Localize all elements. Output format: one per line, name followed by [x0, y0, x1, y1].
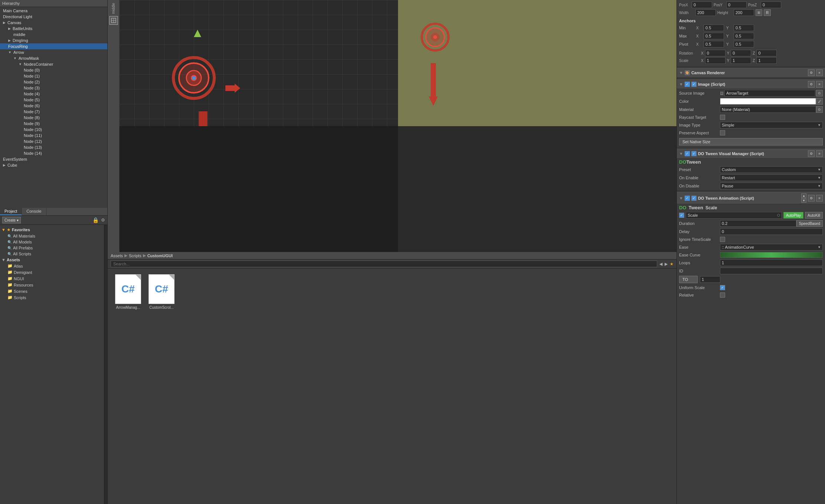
hierarchy-item-node-12[interactable]: Node (12)	[0, 138, 107, 144]
search-input[interactable]	[111, 261, 657, 267]
middle-icon-btn[interactable]	[109, 16, 118, 25]
hierarchy-item-node-2[interactable]: Node (2)	[0, 79, 107, 85]
project-tree[interactable]: ▼ ★ Favorites🔍 All Materials🔍 All Models…	[0, 225, 104, 504]
image-settings-btn[interactable]: ⚙	[808, 81, 815, 88]
hierarchy-item-node-5[interactable]: Node (5)	[0, 97, 107, 103]
min-y-field[interactable]	[734, 24, 754, 31]
anchor-icon-btn[interactable]: ⊞	[756, 9, 762, 16]
search-nav-left[interactable]: ◀	[659, 262, 662, 266]
duration-field[interactable]	[720, 220, 796, 227]
ease-dropdown[interactable]: :: AnimationCurve ▼	[720, 244, 823, 251]
scene-tr[interactable]	[398, 0, 676, 126]
hierarchy-item-cube[interactable]: ▶Cube	[0, 162, 107, 168]
r-btn[interactable]: R	[764, 9, 771, 16]
scene-view[interactable]	[120, 0, 676, 252]
color-picker-btn[interactable]: 🖊	[816, 98, 823, 105]
height-field[interactable]	[734, 9, 754, 16]
hierarchy-list[interactable]: Main CameraDirectional Light▶Canvas▶Batt…	[0, 7, 107, 208]
asset-folder-5[interactable]: 📁 Scripts	[0, 294, 104, 301]
image-type-dropdown[interactable]: Simple ▼	[720, 122, 823, 128]
asset-folder-3[interactable]: 📁 Resources	[0, 282, 104, 288]
loops-field[interactable]	[720, 259, 823, 266]
hierarchy-item-battle-units[interactable]: ▶BattleUnits	[0, 26, 107, 32]
hierarchy-item-node-6[interactable]: Node (6)	[0, 103, 107, 109]
dotween-visual-menu[interactable]: ≡	[816, 150, 823, 157]
hierarchy-item-node-14[interactable]: Node (14)	[0, 150, 107, 156]
tab-project[interactable]: Project	[0, 208, 22, 215]
set-native-size-btn[interactable]: Set Native Size	[679, 138, 823, 145]
asset-item-0[interactable]: C# ArrowManag...	[113, 274, 143, 310]
scale-y-field[interactable]	[731, 57, 751, 64]
ignore-timescale-checkbox[interactable]	[720, 237, 725, 242]
color-field[interactable]	[720, 98, 816, 105]
assets-header[interactable]: ▼ Assets	[0, 257, 104, 263]
tab-console[interactable]: Console	[22, 208, 46, 215]
favorites-star-btn[interactable]: ★	[670, 262, 674, 266]
hierarchy-item-nodes-container[interactable]: ▼NodesContainer	[0, 61, 107, 67]
favorites-item-0[interactable]: 🔍 All Materials	[0, 233, 104, 239]
project-scroll[interactable]	[104, 225, 107, 504]
favorites-item-1[interactable]: 🔍 All Models	[0, 239, 104, 245]
pivot-x-field[interactable]	[704, 41, 724, 48]
scene-br[interactable]	[398, 126, 676, 252]
rot-y-field[interactable]	[731, 50, 751, 56]
asset-item-1[interactable]: C# CustomScrol...	[147, 274, 176, 310]
source-image-dropdown[interactable]: ArrowTarget	[724, 90, 815, 96]
canvas-menu-btn[interactable]: ≡	[816, 69, 823, 76]
hierarchy-item-focus-ring[interactable]: FocusRing	[0, 43, 107, 49]
id-field[interactable]	[720, 268, 823, 274]
hierarchy-item-canvas[interactable]: ▶Canvas	[0, 20, 107, 26]
asset-folder-1[interactable]: 📁 Demigiant	[0, 269, 104, 275]
hierarchy-item-node-0[interactable]: Node (0)	[0, 67, 107, 73]
max-y-field[interactable]	[734, 33, 754, 39]
posx-field[interactable]	[692, 1, 712, 8]
hierarchy-item-directional-light[interactable]: Directional Light	[0, 14, 107, 20]
speedbased-btn[interactable]: SpeedBased	[796, 220, 823, 227]
hierarchy-item-event-system[interactable]: EventSystem	[0, 156, 107, 162]
canvas-settings-btn[interactable]: ⚙	[808, 69, 815, 76]
material-dropdown[interactable]: None (Material)	[720, 106, 816, 113]
delay-field[interactable]	[720, 228, 823, 235]
hierarchy-item-middle[interactable]: middle	[0, 32, 107, 37]
dotween-anim-menu[interactable]: ≡	[816, 195, 823, 202]
scale-type-dropdown[interactable]: Scale ⬡	[686, 212, 782, 219]
inspector-scroll[interactable]: PosX PosY PosZ Width Height ⊞ R	[677, 0, 825, 504]
hierarchy-item-node-11[interactable]: Node (11)	[0, 132, 107, 138]
rot-x-field[interactable]	[705, 50, 725, 56]
relative-checkbox[interactable]	[720, 292, 725, 298]
image-menu-btn[interactable]: ≡	[816, 81, 823, 88]
min-x-field[interactable]	[704, 24, 724, 31]
hierarchy-item-node-9[interactable]: Node (9)	[0, 121, 107, 127]
scale-enabled-checkbox[interactable]	[679, 213, 684, 218]
scene-bl[interactable]	[120, 126, 398, 252]
preserve-aspect-checkbox[interactable]	[720, 130, 725, 135]
favorites-item-3[interactable]: 🔍 All Scripts	[0, 251, 104, 257]
dotween-visual-toggle[interactable]	[691, 151, 697, 156]
hierarchy-item-node-13[interactable]: Node (13)	[0, 144, 107, 150]
asset-grid[interactable]: C# ArrowManag... C# CustomScrol...	[108, 269, 676, 504]
autokill-btn[interactable]: AutoKill	[805, 212, 823, 219]
pivot-y-field[interactable]	[734, 41, 754, 48]
asset-folder-0[interactable]: 📁 Atlas	[0, 263, 104, 269]
scale-z-field[interactable]	[756, 57, 777, 64]
favorites-item-2[interactable]: 🔍 All Prefabs	[0, 245, 104, 251]
asset-folder-2[interactable]: 📁 NGUI	[0, 275, 104, 282]
on-enable-dropdown[interactable]: Restart ▼	[720, 174, 823, 181]
hierarchy-item-node-10[interactable]: Node (10)	[0, 127, 107, 132]
ease-curve-bar[interactable]	[720, 252, 823, 258]
posz-field[interactable]	[761, 1, 781, 8]
width-field[interactable]	[695, 9, 716, 16]
dotween-anim-toggle[interactable]	[691, 196, 697, 201]
create-button[interactable]: Create ▾	[2, 217, 21, 223]
hierarchy-item-arrow[interactable]: ▼Arrow	[0, 49, 107, 55]
uniform-scale-checkbox[interactable]	[720, 285, 725, 290]
image-script-toggle[interactable]	[691, 82, 697, 87]
max-x-field[interactable]	[704, 33, 724, 39]
raycast-checkbox[interactable]	[720, 115, 725, 120]
anim-up-btn[interactable]: ▲	[801, 193, 806, 198]
scale-x-field[interactable]	[705, 57, 725, 64]
preset-dropdown[interactable]: Custom ▼	[720, 166, 823, 173]
hierarchy-item-arrow-mask[interactable]: ▼ArrowMask	[0, 55, 107, 61]
search-nav-right[interactable]: ▶	[665, 262, 668, 266]
dotween-visual-settings[interactable]: ⚙	[808, 150, 815, 157]
